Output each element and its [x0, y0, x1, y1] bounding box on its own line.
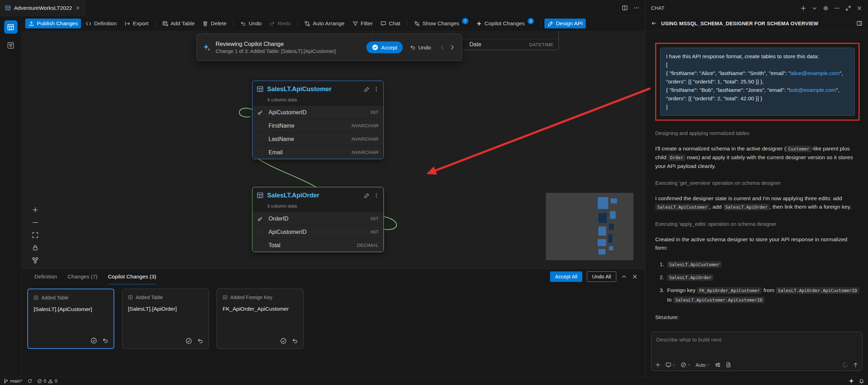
- email-link[interactable]: alice@example.com: [791, 70, 840, 76]
- auto-layout-button[interactable]: [31, 256, 39, 264]
- clipped-table[interactable]: Date DATETIME: [454, 31, 559, 50]
- fit-view-button[interactable]: [31, 231, 39, 239]
- change-card[interactable]: Added Table[SalesLT].[ApiCustomer]: [27, 289, 114, 349]
- bell-icon[interactable]: [859, 378, 864, 384]
- undo-change-icon[interactable]: [102, 337, 109, 344]
- annotation-box: I have this API response format, create …: [655, 43, 860, 121]
- lock-button[interactable]: [31, 243, 39, 252]
- branch-label: main*: [10, 378, 22, 384]
- previous-change-icon[interactable]: [439, 44, 446, 50]
- warning-count: 0: [55, 378, 57, 384]
- accept-all-button[interactable]: Accept All: [550, 271, 582, 282]
- undo-change-icon[interactable]: [292, 338, 298, 344]
- edit-table-icon[interactable]: [364, 86, 370, 92]
- panel-actions: Accept All Undo All: [550, 271, 638, 282]
- export-button[interactable]: Export: [121, 19, 152, 28]
- table-menu-icon[interactable]: [373, 86, 379, 92]
- sync-item[interactable]: [27, 379, 32, 384]
- filter-button[interactable]: Filter: [349, 19, 376, 28]
- publish-changes-button[interactable]: Publish Changes: [25, 19, 81, 28]
- send-icon[interactable]: [853, 362, 859, 368]
- git-branch-item[interactable]: main*: [4, 378, 22, 384]
- column-row[interactable]: ApiCustomerIDINT: [252, 106, 384, 119]
- undo-all-button[interactable]: Undo All: [587, 271, 616, 282]
- accept-change-icon[interactable]: [280, 338, 287, 344]
- more-actions-icon[interactable]: [633, 5, 639, 11]
- chevron-down-icon: [706, 363, 710, 367]
- undo-change-button[interactable]: Undo: [408, 43, 433, 52]
- definition-button[interactable]: Definition: [82, 19, 120, 28]
- schema-filter-activity-button[interactable]: [4, 39, 18, 52]
- chat-input[interactable]: Auto: [651, 332, 862, 371]
- redo-button[interactable]: Redo: [266, 19, 294, 28]
- table-node-apicustomer[interactable]: SalesLT.ApiCustomer 4 column data ApiCus…: [252, 81, 384, 159]
- change-card-title: [SalesLT].[ApiOrder]: [128, 306, 203, 312]
- close-chat-icon[interactable]: [856, 5, 862, 11]
- add-table-button[interactable]: Add Table: [159, 19, 198, 28]
- screen-picker[interactable]: [665, 362, 676, 368]
- column-row[interactable]: EmailNVARCHAR: [252, 146, 384, 159]
- email-link[interactable]: bob@example.com: [789, 87, 836, 93]
- zoom-out-button[interactable]: [31, 218, 39, 227]
- auto-arrange-button[interactable]: Auto Arrange: [301, 19, 347, 28]
- schema-canvas[interactable]: rowguid UNIQUEIDENTIFIER Date DATETIME: [22, 31, 645, 269]
- gear-icon[interactable]: [823, 5, 829, 11]
- accept-change-button[interactable]: Accept: [366, 41, 403, 53]
- close-panel-icon[interactable]: [632, 273, 638, 280]
- table-node-apiorder[interactable]: SalesLT.ApiOrder 3 column data OrderIDIN…: [252, 187, 384, 252]
- screen-icon: [665, 362, 671, 368]
- table-menu-icon[interactable]: [373, 192, 379, 198]
- text-segment: ",: [836, 87, 840, 93]
- message-line: ]: [666, 103, 849, 111]
- copilot-icon[interactable]: [848, 378, 854, 384]
- change-card[interactable]: Added Table[SalesLT].[ApiOrder]: [122, 289, 209, 349]
- column-row[interactable]: OrderIDINT: [252, 212, 384, 225]
- column-row[interactable]: FirstNameNVARCHAR: [252, 119, 384, 132]
- list-item: SalesLT.ApiCustomer: [666, 260, 860, 269]
- instructions-icon[interactable]: [725, 362, 731, 368]
- tools-icon[interactable]: [715, 362, 721, 368]
- add-context-icon[interactable]: [655, 362, 661, 368]
- edit-table-icon[interactable]: [364, 192, 370, 198]
- column-row[interactable]: Date DATETIME: [454, 39, 558, 50]
- problems-item[interactable]: 0 0: [37, 378, 57, 384]
- text-segment: Executing 'apply_edits' operation on sch…: [655, 221, 777, 227]
- chat-button[interactable]: Chat: [377, 19, 404, 28]
- back-icon[interactable]: [651, 20, 657, 26]
- copilot-changes-button[interactable]: Copilot Changes 3: [473, 19, 537, 28]
- delete-button[interactable]: Delete: [199, 19, 230, 28]
- split-editor-icon[interactable]: [622, 5, 628, 11]
- tab-changes[interactable]: Changes (7): [68, 269, 97, 284]
- publish-changes-label: Publish Changes: [37, 20, 78, 27]
- more-icon[interactable]: [834, 5, 840, 11]
- close-icon[interactable]: [75, 6, 80, 11]
- column-row[interactable]: LastNameNVARCHAR: [252, 132, 384, 146]
- design-api-button[interactable]: Design API: [544, 19, 586, 28]
- chat-input-field[interactable]: [651, 332, 862, 343]
- column-row[interactable]: TotalDECIMAL: [252, 238, 384, 252]
- column-row[interactable]: ApiCustomerIDINT: [252, 225, 384, 238]
- model-picker[interactable]: Auto: [696, 362, 710, 368]
- undo-button[interactable]: Undo: [237, 19, 265, 28]
- chat-conversation[interactable]: I have this API response format, create …: [645, 31, 868, 327]
- next-change-icon[interactable]: [449, 44, 455, 50]
- accept-change-icon[interactable]: [185, 338, 192, 344]
- zoom-in-button[interactable]: [31, 205, 39, 214]
- change-card[interactable]: Added Foreign KeyFK_ApiOrder_ApiCustomer: [217, 289, 304, 349]
- undo-change-icon[interactable]: [197, 338, 204, 344]
- mode-picker[interactable]: [680, 362, 691, 368]
- chevron-up-icon[interactable]: [621, 273, 627, 280]
- new-chat-icon[interactable]: [800, 5, 806, 11]
- tab-definition[interactable]: Definition: [34, 269, 57, 284]
- workbench: Publish Changes Definition Export: [0, 16, 645, 377]
- expand-icon[interactable]: [845, 5, 851, 11]
- copilot-changes-badge: 3: [528, 18, 534, 24]
- minimap[interactable]: [546, 193, 633, 260]
- editor-tab[interactable]: AdventureWorksLT2022: [0, 0, 86, 16]
- chevron-down-icon[interactable]: [812, 5, 818, 11]
- accept-change-icon[interactable]: [90, 337, 97, 344]
- show-changes-button[interactable]: Show Changes 7: [411, 19, 472, 28]
- tab-copilot-changes[interactable]: Copilot Changes (3): [108, 269, 156, 284]
- open-in-editor-icon[interactable]: [856, 20, 862, 26]
- schema-designer-activity-button[interactable]: [4, 20, 18, 34]
